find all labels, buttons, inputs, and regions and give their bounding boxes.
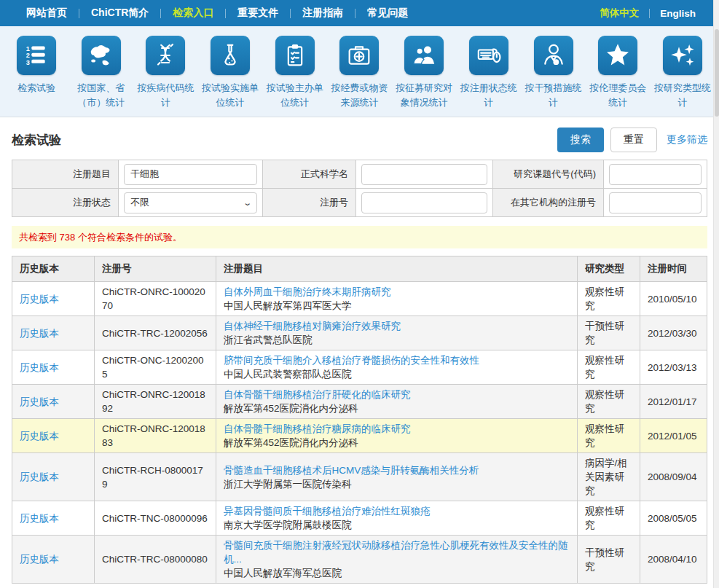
- history-version-link[interactable]: 历史版本: [20, 328, 59, 339]
- main-content: 检索试验 搜索 重置 更多筛选 注册题目 正式科学名 研究课题代号(代码) 注册…: [0, 117, 719, 588]
- trial-organization: 中国人民武装警察部队总医院: [224, 367, 570, 381]
- toolbar-item-by-study-type[interactable]: 按研究类型统计: [651, 36, 715, 110]
- history-version-link[interactable]: 历史版本: [20, 362, 59, 373]
- history-version-link[interactable]: 历史版本: [20, 396, 59, 407]
- nav-item-about[interactable]: ChiCTR简介: [79, 7, 160, 20]
- field-label-other-registry-number: 在其它机构的注册号: [493, 189, 604, 217]
- table-row: 历史版本 ChiCTR-RCH-08000179 骨髓造血干细胞移植术后HCMV…: [12, 453, 707, 501]
- trial-title-link[interactable]: 自体骨髓干细胞移植治疗糖尿病的临床研究: [224, 423, 411, 434]
- history-version-link[interactable]: 历史版本: [20, 513, 59, 524]
- registration-number: ChiCTR-TRC-12002056: [95, 316, 216, 350]
- column-header-study-type: 研究类型: [578, 256, 640, 282]
- doctor-icon: [534, 36, 573, 75]
- registration-title-input[interactable]: [124, 164, 257, 185]
- trial-title-link[interactable]: 异基因骨髓间质干细胞移植治疗难治性红斑狼疮: [224, 506, 431, 517]
- trial-organization: 浙江大学附属第一医院传染科: [224, 477, 570, 491]
- reset-button[interactable]: 重置: [610, 128, 657, 152]
- result-count-message: 共检索到 738 个符合检索条件的试验。: [12, 226, 707, 248]
- toolbar-item-by-registration-status[interactable]: 按注册状态统计: [457, 36, 521, 110]
- nav-item-documents[interactable]: 重要文件: [226, 7, 290, 20]
- trial-title-link[interactable]: 自体外周血干细胞治疗终末期肝病研究: [224, 286, 391, 297]
- scrollbar-thumb[interactable]: [715, 29, 719, 117]
- history-version-link[interactable]: 历史版本: [20, 431, 59, 442]
- toolbar-item-search-trials[interactable]: 123 检索试验: [4, 36, 68, 110]
- table-row: 历史版本 ChiCTR-TRC-08000080 骨髓间充质干细胞注射液经冠状动…: [12, 536, 707, 584]
- registration-number: ChiCTR-ONRC-12001892: [95, 385, 216, 419]
- study-type: 干预性研究: [578, 316, 640, 350]
- field-label-registration-status: 注册状态: [12, 189, 119, 217]
- toolbar-item-by-country[interactable]: 按国家、省（市）统计: [69, 36, 133, 110]
- dna-icon: [146, 36, 185, 75]
- trial-title-link[interactable]: 自体骨髓干细胞移植治疗肝硬化的临床研究: [224, 389, 411, 400]
- study-type: 病因学/相关因素研究: [578, 453, 640, 501]
- nav-item-guide[interactable]: 注册指南: [291, 7, 355, 20]
- statistics-toolbar: 123 检索试验 按国家、省（市）统计 按疾病代码统计 按试验实施单位统计 按试…: [0, 26, 719, 117]
- registration-date: 2012/01/17: [640, 385, 707, 419]
- registration-date: 2012/03/30: [640, 316, 707, 350]
- vertical-scrollbar[interactable]: [713, 0, 719, 588]
- more-filters-link[interactable]: 更多筛选: [667, 133, 707, 146]
- trial-organization: 南京大学医学院附属鼓楼医院: [224, 518, 570, 532]
- registration-date: 2012/01/05: [640, 419, 707, 453]
- toolbar-item-label: 按经费或物资来源统计: [327, 81, 391, 110]
- nav-item-home[interactable]: 网站首页: [15, 7, 79, 20]
- toolbar-item-label: 按疾病代码统计: [133, 81, 197, 110]
- keyboard-mouse-icon: [469, 36, 508, 75]
- medical-kit-icon: [339, 36, 379, 75]
- nav-item-faq[interactable]: 常见问题: [355, 7, 420, 20]
- project-code-input[interactable]: [609, 164, 702, 185]
- svg-text:3: 3: [26, 59, 30, 66]
- search-button[interactable]: 搜索: [557, 128, 604, 152]
- registration-number: ChiCTR-ONC-12002005: [95, 350, 216, 385]
- lang-english[interactable]: English: [650, 8, 706, 19]
- trial-title-link[interactable]: 脐带间充质干细胞介入移植治疗脊髓损伤的安全性和有效性: [224, 355, 479, 366]
- toolbar-item-label: 按注册状态统计: [457, 81, 521, 110]
- study-type: 观察性研究: [578, 419, 640, 453]
- trial-organization: 浙江省武警总队医院: [224, 333, 570, 347]
- lang-chinese[interactable]: 简体中文: [589, 7, 649, 20]
- toolbar-item-label: 按伦理委员会统计: [586, 81, 650, 110]
- navbar-menu: 网站首页 ChiCTR简介 检索入口 重要文件 注册指南 常见问题: [15, 7, 420, 20]
- other-registry-number-input[interactable]: [609, 192, 702, 213]
- trial-title-link[interactable]: 骨髓间充质干细胞注射液经冠状动脉移植治疗急性心肌梗死有效性及安全性的随机...: [224, 540, 568, 565]
- field-label-registration-title: 注册题目: [12, 160, 119, 189]
- history-version-link[interactable]: 历史版本: [20, 554, 59, 565]
- trial-title-link[interactable]: 自体神经干细胞移植对脑瘫治疗效果研究: [224, 321, 401, 332]
- numbered-list-icon: 123: [17, 36, 56, 75]
- results-table: 历史版本 注册号 注册题目 研究类型 注册时间 历史版本 ChiCTR-ONRC…: [12, 256, 707, 584]
- toolbar-item-by-funding-source[interactable]: 按经费或物资来源统计: [327, 36, 391, 110]
- registration-status-select[interactable]: 不限 ⌄: [124, 192, 257, 213]
- field-label-registration-number: 注册号: [263, 189, 356, 217]
- table-row-highlighted: 历史版本 ChiCTR-ONRC-12001883 自体骨髓干细胞移植治疗糖尿病…: [12, 419, 707, 453]
- history-version-link[interactable]: 历史版本: [20, 294, 59, 305]
- table-row: 历史版本 ChiCTR-TNC-08000096 异基因骨髓间质干细胞移植治疗难…: [12, 501, 707, 536]
- toolbar-item-by-sponsor-unit[interactable]: 按试验主办单位统计: [263, 36, 327, 110]
- toolbar-item-by-intervention[interactable]: 按干预措施统计: [522, 36, 586, 110]
- column-header-title: 注册题目: [216, 256, 578, 282]
- history-version-link[interactable]: 历史版本: [20, 471, 59, 482]
- scientific-name-input[interactable]: [361, 164, 487, 185]
- registration-number: ChiCTR-ONRC-10002070: [95, 282, 216, 316]
- table-header-row: 历史版本 注册号 注册题目 研究类型 注册时间: [12, 256, 707, 282]
- registration-number-input[interactable]: [361, 192, 487, 213]
- registration-date: 2008/05/05: [640, 501, 707, 536]
- toolbar-item-label: 按干预措施统计: [522, 81, 586, 110]
- page-title: 检索试验: [12, 132, 61, 149]
- toolbar-item-label: 按国家、省（市）统计: [69, 81, 133, 110]
- toolbar-item-by-recruitment-status[interactable]: 按征募研究对象情况统计: [392, 36, 456, 110]
- toolbar-item-by-ethics-committee[interactable]: 按伦理委员会统计: [586, 36, 650, 110]
- study-type: 干预性研究: [578, 536, 640, 584]
- search-form: 注册题目 正式科学名 研究课题代号(代码) 注册状态 不限 ⌄ 注册号 在其它机…: [12, 160, 707, 217]
- toolbar-item-label: 按征募研究对象情况统计: [392, 81, 456, 110]
- top-navbar: 网站首页 ChiCTR简介 检索入口 重要文件 注册指南 常见问题 简体中文 E…: [0, 0, 719, 26]
- column-header-reg-date: 注册时间: [640, 256, 707, 282]
- field-label-project-code: 研究课题代号(代码): [493, 160, 604, 189]
- column-header-history: 历史版本: [12, 256, 95, 282]
- flask-icon: [211, 36, 250, 75]
- language-switch: 简体中文 English: [589, 7, 706, 20]
- nav-item-search-entry[interactable]: 检索入口: [161, 7, 225, 20]
- toolbar-item-by-disease-code[interactable]: 按疾病代码统计: [133, 36, 197, 110]
- registration-number: ChiCTR-RCH-08000179: [95, 453, 216, 501]
- toolbar-item-by-implementing-unit[interactable]: 按试验实施单位统计: [198, 36, 262, 110]
- trial-title-link[interactable]: 骨髓造血干细胞移植术后HCMV感染与肝转氨酶相关性分析: [224, 465, 479, 476]
